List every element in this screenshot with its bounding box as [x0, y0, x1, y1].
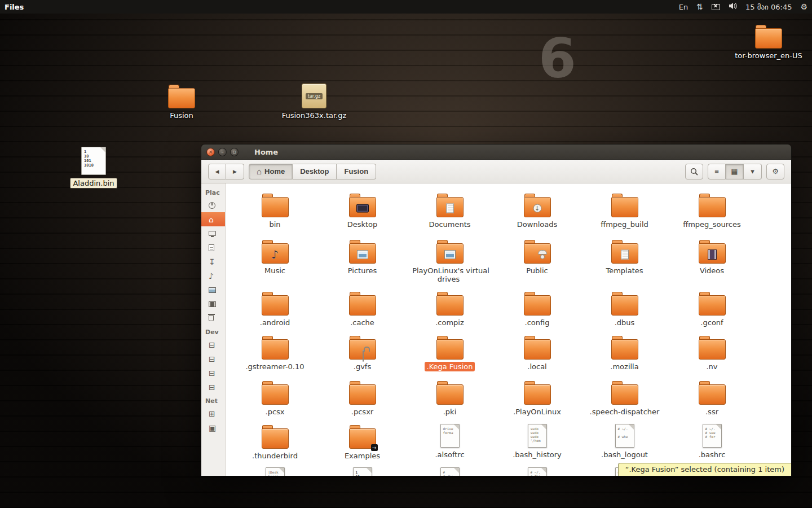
desktop-icon-fusion363x-tar-gz[interactable]: tar.gzFusion363x.tar.gz [279, 84, 349, 120]
file-item-gconf[interactable]: .gconf [668, 287, 756, 331]
file-item-templates[interactable]: Templates [581, 235, 668, 287]
window-titlebar[interactable]: × – ▫ Home [201, 144, 791, 160]
folder-icon [699, 384, 726, 405]
minimize-button[interactable]: – [218, 148, 227, 156]
keyboard-layout-indicator[interactable]: En [679, 3, 688, 11]
maximize-button[interactable]: ▫ [230, 148, 239, 156]
file-item-label-text: .compiz [433, 318, 466, 327]
file-item-partial-2[interactable]: 1 10 101 [319, 464, 406, 476]
folder-body [436, 339, 464, 360]
file-item-label: .compiz [433, 318, 466, 327]
file-item-pcsx[interactable]: .pcsx [231, 376, 319, 421]
file-item-partial-4[interactable]: # ~/. # Thi [493, 464, 581, 476]
file-item-pictures[interactable]: Pictures [319, 235, 406, 287]
file-item-label-text: .mozilla [608, 362, 641, 371]
folder-body [168, 88, 195, 108]
file-item-label-text: .local [525, 362, 549, 371]
sidebar-item-videos[interactable] [201, 297, 225, 311]
sidebar-item-desktop[interactable] [201, 226, 225, 240]
file-item-local[interactable]: .local [493, 331, 581, 376]
sidebar-item-device-2[interactable]: ⊟ [201, 352, 225, 366]
file-item-playonlinux-s-virtual-drives[interactable]: PlayOnLinux's virtual drives [406, 235, 493, 287]
sidebar-item-documents[interactable] [201, 240, 225, 255]
gear-menu-button[interactable]: ⚙ [766, 164, 784, 179]
file-item-ssr[interactable]: .ssr [668, 376, 756, 421]
file-item-mozilla[interactable]: .mozilla [581, 331, 668, 376]
file-item-bash-history[interactable]: sudo sudo sudo '/hom.bash_history [493, 421, 581, 464]
desktop-icon-tor-browser-en-us[interactable]: tor-browser_en-US [734, 24, 804, 60]
file-item-alsoftrc[interactable]: drive forma.alsoftrc [406, 421, 493, 464]
file-item-label: .PlayOnLinux [511, 408, 563, 416]
sidebar-item-browse-network[interactable]: ⊞ [201, 406, 225, 421]
file-item-pki[interactable]: .pki [406, 376, 493, 421]
file-item-videos[interactable]: Videos [668, 235, 756, 287]
file-item-dbus[interactable]: .dbus [581, 287, 668, 331]
file-item-nv[interactable]: .nv [668, 331, 756, 376]
files-window: × – ▫ Home ◀ ▶ ⌂HomeDesktopFusion ≡ ▦ ▾ … [201, 144, 791, 476]
sidebar-item-device-1[interactable]: ⊟ [201, 338, 225, 352]
volume-icon[interactable] [729, 2, 737, 11]
sidebar-item-recent[interactable] [201, 198, 225, 212]
file-item-examples[interactable]: →Examples [319, 421, 406, 464]
file-item-cache[interactable]: .cache [319, 287, 406, 331]
screen-emblem-icon [356, 204, 369, 212]
sidebar-item-device-3[interactable]: ⊟ [201, 366, 225, 380]
file-item-bashrc[interactable]: # ~/. # see # for.bashrc [668, 421, 756, 464]
file-item-desktop[interactable]: Desktop [319, 189, 406, 235]
folder-icon: ↓ [524, 197, 551, 217]
breadcrumb-desktop[interactable]: Desktop [293, 164, 337, 179]
desktop-icon-aladdin-bin[interactable]: 1 10 101 1010Aladdin.bin [59, 147, 129, 189]
file-item-label-text: .ssr [703, 407, 721, 417]
file-item-partial-1[interactable]: [Desk Sessi [231, 464, 319, 476]
file-item-speech-dispatcher[interactable]: .speech-dispatcher [581, 376, 668, 421]
file-item-pcsxr[interactable]: .pcsxr [319, 376, 406, 421]
file-item-ffmpeg-sources[interactable]: ffmpeg_sources [668, 189, 756, 235]
sidebar-item-home[interactable]: ⌂ [201, 212, 225, 226]
sidebar-item-connect-server[interactable]: ▣ [201, 421, 225, 435]
file-item-label: Documents [426, 220, 473, 229]
file-item-partial-3[interactable]: # # /ho [406, 464, 493, 476]
sidebar-item-trash[interactable] [201, 311, 225, 325]
clock[interactable]: 15 მაი 06:45 [745, 3, 792, 11]
grid-view-button[interactable]: ▦ [726, 164, 744, 179]
view-options-chevron-icon[interactable]: ▾ [744, 164, 762, 179]
updown-arrows-icon[interactable]: ⇅ [696, 3, 703, 11]
session-gear-icon[interactable]: ⚙ [800, 3, 807, 11]
desktop-icon-fusion[interactable]: Fusion [147, 84, 217, 120]
sidebar-item-device-4[interactable]: ⊟ [201, 380, 225, 394]
file-item-public[interactable]: Public [493, 235, 581, 287]
file-item-thunderbird[interactable]: .thunderbird [231, 421, 319, 464]
sidebar-item-pictures[interactable] [201, 283, 225, 297]
file-item-downloads[interactable]: ↓Downloads [493, 189, 581, 235]
file-item-gvfs[interactable]: .gvfs [319, 331, 406, 376]
top-panel: Files En ⇅ 15 მაი 06:45 ⚙ [0, 0, 812, 14]
window-title: Home [254, 148, 278, 156]
file-item-bash-logout[interactable]: # ~/. # whe.bash_logout [581, 421, 668, 464]
file-item-gstreamer-0-10[interactable]: .gstreamer-0.10 [231, 331, 319, 376]
file-item-documents[interactable]: Documents [406, 189, 493, 235]
file-item-label-text: .config [523, 318, 552, 327]
sidebar-item-music[interactable]: ♪ [201, 269, 225, 283]
back-button[interactable]: ◀ [208, 164, 226, 179]
file-item-label: .bash_logout [599, 450, 650, 459]
file-item-ffmpeg-build[interactable]: ffmpeg_build [581, 189, 668, 235]
file-item-compiz[interactable]: .compiz [406, 287, 493, 331]
folder-icon: → [349, 428, 376, 449]
forward-button[interactable]: ▶ [226, 164, 244, 179]
breadcrumb-fusion[interactable]: Fusion [337, 164, 376, 179]
close-button[interactable]: × [206, 148, 215, 156]
desktop-icon-label: tor-browser_en-US [735, 51, 802, 60]
file-item-label-text: .PlayOnLinux [511, 407, 563, 417]
sidebar-item-downloads[interactable]: ↧ [201, 255, 225, 269]
file-item-android[interactable]: .android [231, 287, 319, 331]
file-item-music[interactable]: ♪Music [231, 235, 319, 287]
list-view-button[interactable]: ≡ [708, 164, 726, 179]
search-button[interactable] [685, 164, 703, 179]
file-item-label-text: Public [524, 266, 550, 275]
file-item-playonlinux[interactable]: .PlayOnLinux [493, 376, 581, 421]
breadcrumb-home[interactable]: ⌂Home [249, 164, 293, 179]
file-item-config[interactable]: .config [493, 287, 581, 331]
file-item-kega-fusion[interactable]: .Kega Fusion [406, 331, 493, 376]
file-item-bin[interactable]: bin [231, 189, 319, 235]
mail-icon[interactable] [712, 4, 720, 10]
